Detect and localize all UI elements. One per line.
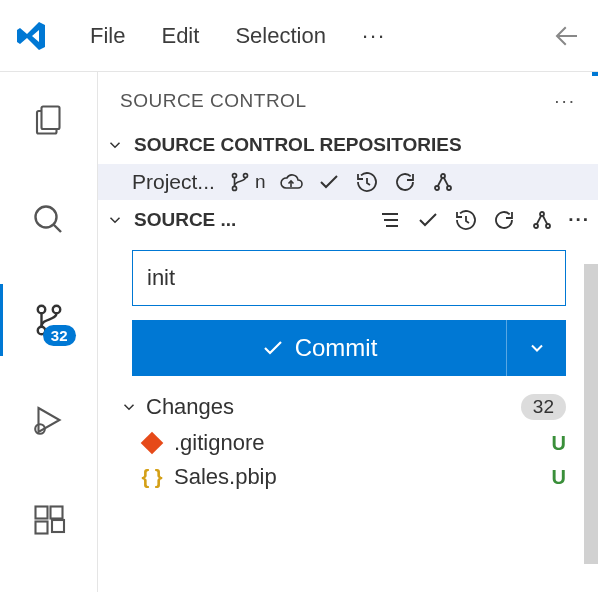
- chevron-down-icon[interactable]: [106, 211, 128, 229]
- commit-button-row: Commit: [132, 320, 566, 376]
- source-section-icons: ···: [378, 208, 590, 232]
- svg-point-3: [52, 306, 60, 314]
- file-status-untracked: U: [552, 432, 566, 455]
- activity-bar: 32: [0, 72, 98, 592]
- source-section-label: SOURCE ...: [134, 209, 236, 231]
- file-name: Sales.pbip: [174, 464, 277, 490]
- svg-point-1: [35, 207, 56, 228]
- svg-rect-8: [35, 522, 47, 534]
- svg-point-14: [441, 174, 445, 178]
- svg-point-18: [546, 224, 550, 228]
- svg-point-2: [37, 306, 45, 314]
- graph-icon[interactable]: [530, 208, 554, 232]
- vscode-logo-icon: [16, 20, 48, 52]
- repos-section-label: SOURCE CONTROL REPOSITORIES: [134, 134, 462, 156]
- panel-header-more-icon[interactable]: ···: [554, 90, 576, 112]
- checkmark-icon[interactable]: [317, 170, 341, 194]
- svg-point-17: [540, 212, 544, 216]
- svg-point-10: [232, 174, 236, 178]
- checkmark-icon[interactable]: [416, 208, 440, 232]
- changes-count-badge: 32: [521, 394, 566, 420]
- menu-edit[interactable]: Edit: [155, 19, 205, 53]
- commit-button-label: Commit: [295, 334, 378, 362]
- activity-explorer[interactable]: [0, 84, 98, 156]
- repos-section-header[interactable]: SOURCE CONTROL REPOSITORIES: [98, 126, 598, 164]
- cloud-publish-icon[interactable]: [279, 170, 303, 194]
- menu-more-icon[interactable]: ···: [356, 19, 392, 53]
- scm-badge: 32: [43, 325, 76, 346]
- refresh-icon[interactable]: [492, 208, 516, 232]
- commit-message-input[interactable]: [132, 250, 566, 306]
- svg-point-13: [435, 186, 439, 190]
- activity-extensions[interactable]: [0, 484, 98, 556]
- svg-point-12: [232, 186, 236, 190]
- svg-rect-9: [52, 520, 64, 532]
- history-icon[interactable]: [355, 170, 379, 194]
- activity-run-debug[interactable]: [0, 384, 98, 456]
- file-row[interactable]: { } Sales.pbip U: [98, 460, 598, 494]
- source-section-header[interactable]: SOURCE ... ···: [98, 200, 598, 240]
- svg-rect-0: [41, 107, 59, 130]
- body: 32 SOURCE CONTROL ··· SOURCE CONTROL REP…: [0, 72, 598, 592]
- graph-icon[interactable]: [431, 170, 455, 194]
- commit-button[interactable]: Commit: [132, 320, 506, 376]
- branch-icon[interactable]: [229, 171, 251, 193]
- file-row[interactable]: .gitignore U: [98, 426, 598, 460]
- changes-label: Changes: [146, 394, 234, 420]
- svg-rect-7: [50, 507, 62, 519]
- svg-point-16: [534, 224, 538, 228]
- panel-title: SOURCE CONTROL: [120, 90, 306, 112]
- source-section-more-icon[interactable]: ···: [568, 209, 590, 231]
- repo-row[interactable]: Project... n: [98, 164, 598, 200]
- changes-header[interactable]: Changes 32: [98, 386, 598, 426]
- activity-source-control[interactable]: 32: [0, 284, 98, 356]
- gitignore-file-icon: [140, 431, 164, 455]
- file-status-untracked: U: [552, 466, 566, 489]
- commit-dropdown-button[interactable]: [506, 320, 566, 376]
- file-name: .gitignore: [174, 430, 265, 456]
- refresh-icon[interactable]: [393, 170, 417, 194]
- history-icon[interactable]: [454, 208, 478, 232]
- activity-search[interactable]: [0, 184, 98, 256]
- nav-back-icon[interactable]: [552, 21, 582, 51]
- menu-file[interactable]: File: [84, 19, 131, 53]
- branch-hint: n: [255, 171, 266, 193]
- svg-point-11: [243, 174, 247, 178]
- chevron-down-icon[interactable]: [120, 398, 138, 416]
- braces-file-icon: { }: [140, 465, 164, 489]
- repo-name: Project...: [132, 170, 215, 194]
- menu-selection[interactable]: Selection: [229, 19, 332, 53]
- svg-rect-6: [35, 507, 47, 519]
- chevron-down-icon[interactable]: [106, 136, 128, 154]
- source-control-panel: SOURCE CONTROL ··· SOURCE CONTROL REPOSI…: [98, 72, 598, 592]
- commit-area: Commit: [98, 240, 598, 386]
- svg-point-15: [447, 186, 451, 190]
- menubar: File Edit Selection ···: [0, 0, 598, 72]
- view-tree-icon[interactable]: [378, 208, 402, 232]
- scrollbar[interactable]: [584, 264, 598, 564]
- panel-header: SOURCE CONTROL ···: [98, 72, 598, 126]
